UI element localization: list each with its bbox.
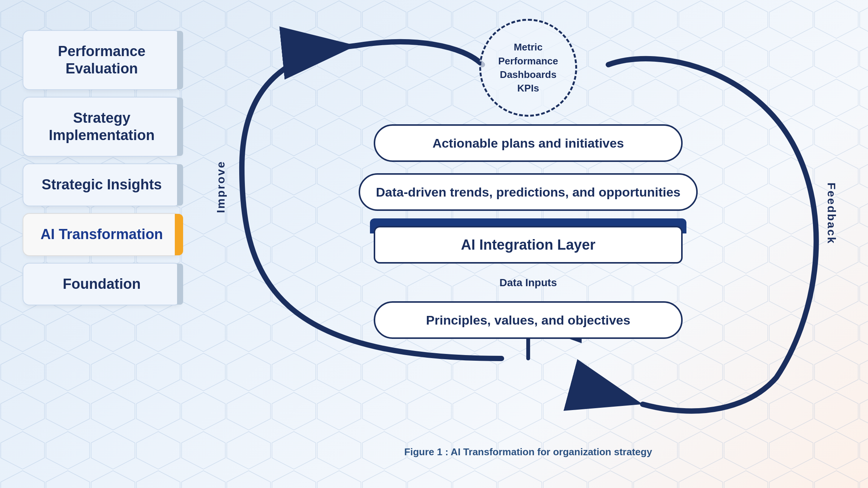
sidebar-item-label: Performance Evaluation bbox=[38, 43, 165, 77]
data-inputs-label: Data Inputs bbox=[500, 277, 557, 289]
sidebar-accent-bar bbox=[177, 264, 183, 305]
box-principles: Principles, values, and objectives bbox=[374, 301, 683, 339]
sidebar-item-label: Strategy Implementation bbox=[38, 110, 165, 144]
sidebar-item-label: Foundation bbox=[63, 276, 141, 293]
metric-label-metric: Metric bbox=[514, 40, 543, 54]
sidebar-accent-bar bbox=[177, 31, 183, 89]
data-driven-label: Data-driven trends, predictions, and opp… bbox=[376, 185, 681, 200]
figure-caption: Figure 1 : AI Transformation for organiz… bbox=[404, 446, 652, 458]
metric-circle: Metric Performance Dashboards KPIs bbox=[479, 19, 577, 117]
metric-label-dashboards: Dashboards bbox=[500, 68, 556, 81]
sidebar-accent-bar bbox=[177, 98, 183, 156]
actionable-plans-label: Actionable plans and initiatives bbox=[432, 136, 624, 151]
sidebar-accent-bar bbox=[177, 164, 183, 206]
sidebar-item-label: AI Transformation bbox=[40, 226, 163, 243]
metric-label-kpis: KPIs bbox=[517, 81, 539, 95]
active-accent-bar bbox=[175, 214, 183, 255]
sidebar-item-performance-evaluation[interactable]: Performance Evaluation bbox=[23, 30, 181, 90]
box-data-driven: Data-driven trends, predictions, and opp… bbox=[359, 173, 698, 211]
diagram-area: Improve Feedback Metric Performance Dash… bbox=[203, 15, 853, 473]
box-actionable-plans: Actionable plans and initiatives bbox=[374, 124, 683, 162]
sidebar-item-strategic-insights[interactable]: Strategic Insights bbox=[23, 163, 181, 206]
metric-label-performance: Performance bbox=[498, 54, 558, 68]
sidebar-item-strategy-implementation[interactable]: Strategy Implementation bbox=[23, 97, 181, 157]
sidebar-item-foundation[interactable]: Foundation bbox=[23, 263, 181, 306]
ai-integration-label: AI Integration Layer bbox=[461, 237, 596, 253]
sidebar: Performance Evaluation Strategy Implemen… bbox=[23, 30, 181, 305]
svg-text:Improve: Improve bbox=[214, 160, 227, 213]
box-ai-integration-layer: AI Integration Layer bbox=[374, 226, 683, 264]
principles-label: Principles, values, and objectives bbox=[426, 313, 630, 328]
sidebar-item-label: Strategic Insights bbox=[42, 176, 162, 194]
svg-text:Feedback: Feedback bbox=[825, 183, 838, 245]
sidebar-item-ai-transformation[interactable]: AI Transformation bbox=[23, 213, 181, 256]
